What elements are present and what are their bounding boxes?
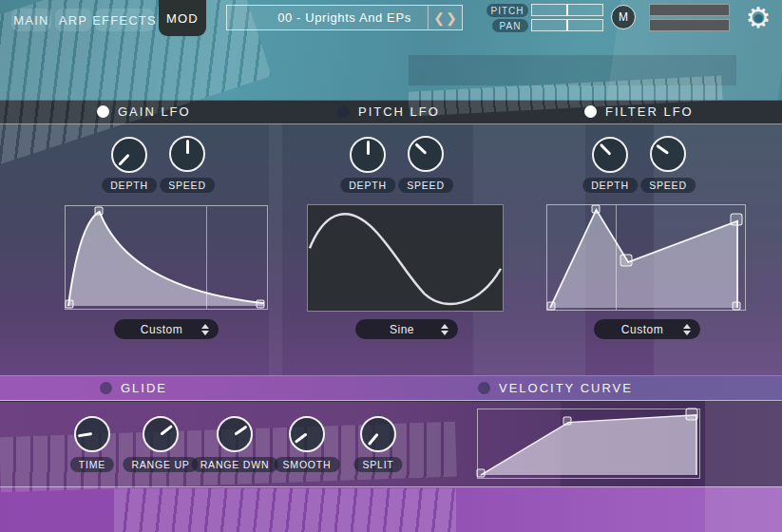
level-meter-left (649, 4, 730, 16)
glide-smooth-label: SMOOTH (275, 457, 340, 472)
glide-range-up-knob[interactable] (143, 416, 179, 452)
preset-nav: ❮ ❯ (428, 6, 462, 29)
gain-loop-marker[interactable] (206, 206, 207, 309)
pitch-depth-label: DEPTH (340, 178, 395, 193)
filter-lfo-enabled-dot[interactable] (584, 105, 597, 118)
glide-range-up-knob-pointer (138, 411, 183, 457)
curve-handle[interactable] (547, 301, 556, 310)
pitch-depth-knob-pointer (352, 139, 384, 171)
velocity-curve-shape (478, 409, 699, 478)
velocity-disabled-dot[interactable] (478, 382, 490, 394)
gain-shape-dropdown[interactable]: Custom (114, 319, 219, 339)
glide-smooth-knob-pointer (284, 411, 330, 457)
filter-shape-value: Custom (621, 323, 663, 336)
curve-handle[interactable] (685, 408, 697, 421)
filter-lfo-title: FILTER LFO (605, 104, 694, 119)
preset-prev-icon[interactable]: ❮ (433, 11, 445, 25)
curve-handle[interactable] (66, 299, 74, 308)
glide-range-down-knob-pointer (212, 411, 257, 456)
pan-slider[interactable] (531, 19, 603, 31)
curve-handle[interactable] (94, 207, 103, 216)
sine-waveform (308, 205, 503, 311)
curve-handle[interactable] (591, 205, 600, 214)
glide-range-up-label: RANGE UP (123, 457, 198, 472)
gear-center-dot (754, 14, 763, 23)
velocity-curve-toggle[interactable]: VELOCITY CURVE (478, 376, 633, 400)
gain-depth-label: DEPTH (102, 178, 157, 193)
pitch-shape-value: Sine (390, 323, 414, 336)
curve-handle[interactable] (256, 299, 264, 308)
pan-label: PAN (492, 19, 528, 32)
gain-speed-knob[interactable] (169, 136, 205, 172)
pitch-lfo-toggle[interactable]: PITCH LFO (337, 100, 440, 124)
filter-depth-label: DEPTH (582, 178, 638, 193)
mute-button[interactable]: M (611, 5, 636, 29)
pitch-lfo-waveform-display (307, 204, 504, 312)
filter-lfo-toggle[interactable]: FILTER LFO (584, 100, 694, 124)
gain-shape-value: Custom (141, 323, 182, 336)
gain-lfo-enabled-dot[interactable] (97, 105, 109, 118)
preset-next-icon[interactable]: ❯ (446, 11, 457, 25)
gain-speed-label: SPEED (160, 178, 215, 193)
curve-handle[interactable] (732, 301, 740, 310)
tab-mod-active[interactable]: MOD (159, 0, 206, 36)
up-down-arrows-icon (441, 324, 448, 335)
glide-time-knob[interactable] (74, 416, 110, 452)
curve-handle[interactable] (563, 417, 572, 426)
tab-effects[interactable]: EFFECTS (95, 9, 154, 31)
curve-handle[interactable] (730, 214, 742, 226)
pitch-speed-knob-pointer (403, 131, 448, 177)
gain-speed-knob-pointer (171, 138, 203, 170)
level-meter-right (649, 19, 730, 31)
curve-handle[interactable] (477, 468, 486, 477)
settings-button[interactable]: ⚙ (742, 2, 774, 34)
glide-time-label: TIME (70, 457, 114, 472)
filter-lfo-curve-editor[interactable] (546, 204, 746, 311)
up-down-arrows-icon (201, 324, 209, 335)
gain-depth-knob[interactable] (111, 137, 147, 173)
filter-lfo-waveform (547, 205, 745, 310)
gain-lfo-toggle[interactable]: GAIN LFO (97, 100, 191, 124)
filter-shape-dropdown[interactable]: Custom (594, 319, 700, 339)
pitch-lfo-disabled-dot[interactable] (337, 105, 350, 118)
pitch-lfo-title: PITCH LFO (358, 104, 440, 119)
glide-split-knob-pointer (355, 411, 401, 457)
pan-slider-thumb[interactable] (566, 20, 568, 30)
gain-depth-knob-pointer (106, 132, 152, 178)
filter-speed-label: SPEED (640, 178, 696, 193)
tab-arp[interactable]: ARP (55, 9, 91, 31)
preset-name: 00 - Uprights And EPs (227, 6, 462, 29)
velocity-curve-title: VELOCITY CURVE (499, 381, 633, 395)
pitch-slider[interactable] (531, 4, 603, 16)
pitch-speed-label: SPEED (398, 178, 453, 193)
filter-loop-marker[interactable] (616, 205, 617, 310)
tab-main[interactable]: MAIN (11, 9, 51, 31)
glide-toggle[interactable]: GLIDE (100, 376, 167, 400)
glide-split-label: SPLIT (353, 457, 402, 472)
pitch-speed-knob[interactable] (408, 136, 444, 172)
pitch-shape-dropdown[interactable]: Sine (355, 319, 458, 339)
pitch-label: PITCH (486, 4, 528, 17)
lfo-header-band: GAIN LFO PITCH LFO FILTER LFO (0, 100, 782, 124)
velocity-curve-editor[interactable] (477, 408, 700, 479)
filter-speed-knob-pointer (645, 131, 690, 176)
up-down-arrows-icon (683, 324, 691, 335)
pitch-depth-knob[interactable] (350, 137, 386, 173)
glide-range-down-label: RANGE DWN (192, 457, 278, 472)
glide-split-knob[interactable] (360, 416, 396, 452)
filter-depth-knob-pointer (587, 132, 633, 178)
gain-lfo-curve-editor[interactable] (65, 205, 268, 310)
glide-range-down-knob[interactable] (217, 416, 253, 452)
glide-title: GLIDE (121, 381, 167, 395)
glide-disabled-dot[interactable] (100, 382, 112, 394)
gain-lfo-title: GAIN LFO (118, 104, 191, 119)
curve-handle[interactable] (620, 255, 633, 267)
glide-time-knob-pointer (74, 416, 111, 453)
pitch-slider-thumb[interactable] (566, 5, 568, 15)
filter-depth-knob[interactable] (592, 137, 628, 173)
glide-header-band: GLIDE VELOCITY CURVE (0, 375, 782, 401)
preset-selector[interactable]: 00 - Uprights And EPs ❮ ❯ (226, 5, 463, 30)
glide-smooth-knob[interactable] (289, 416, 325, 452)
filter-speed-knob[interactable] (650, 136, 686, 172)
mod-page: MAIN ARP EFFECTS MOD 00 - Uprights And E… (0, 0, 782, 532)
